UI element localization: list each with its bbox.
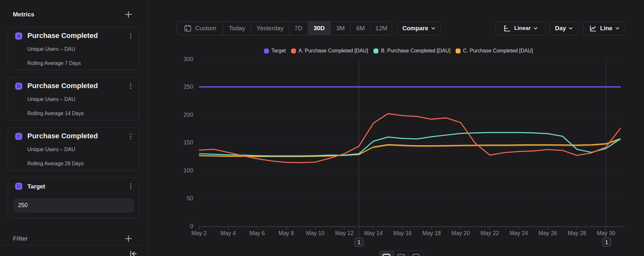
svg-text:May 6: May 6	[250, 230, 265, 236]
svg-text:May 14: May 14	[364, 230, 383, 236]
svg-text:May 2: May 2	[191, 230, 207, 236]
svg-text:1: 1	[357, 239, 360, 245]
svg-text:0: 0	[190, 223, 193, 229]
svg-text:100: 100	[184, 167, 193, 174]
svg-text:May 4: May 4	[220, 230, 236, 236]
svg-text:250: 250	[184, 84, 193, 90]
svg-text:May 8: May 8	[279, 230, 294, 236]
svg-text:May 24: May 24	[509, 230, 528, 236]
svg-text:May 22: May 22	[480, 230, 499, 236]
svg-text:May 28: May 28	[568, 230, 586, 236]
svg-text:May 18: May 18	[422, 230, 441, 236]
svg-text:50: 50	[187, 195, 193, 202]
svg-text:May 10: May 10	[306, 230, 325, 236]
svg-text:May 12: May 12	[335, 230, 354, 236]
svg-text:May 30: May 30	[597, 230, 615, 236]
svg-text:1: 1	[605, 239, 608, 245]
svg-text:May 26: May 26	[539, 230, 557, 236]
svg-text:May 20: May 20	[451, 230, 470, 236]
svg-text:200: 200	[184, 112, 193, 118]
svg-text:300: 300	[184, 56, 193, 62]
svg-text:May 16: May 16	[393, 230, 412, 236]
svg-text:150: 150	[184, 139, 193, 146]
